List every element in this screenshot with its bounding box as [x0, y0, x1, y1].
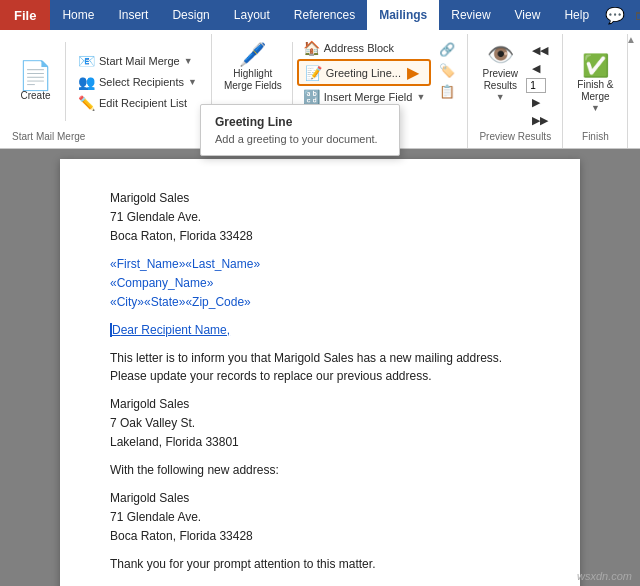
start-merge-icon: 📧 [78, 53, 95, 69]
para1: This letter is to inform you that Marigo… [110, 349, 530, 385]
edit-list-icon: ✏️ [78, 95, 95, 111]
greeting-line: Dear Recipient Name, [110, 321, 530, 339]
start-mail-merge-group: 📄 Create 📧 Start Mail Merge ▼ 👥 Select R… [4, 34, 212, 148]
merge-first-last: «First_Name»«Last_Name» [110, 257, 260, 271]
new-address-intro: With the following new address: [110, 461, 530, 479]
address-block-button[interactable]: 🏠 Address Block [297, 38, 432, 58]
match-fields-button[interactable]: 🔗 [433, 40, 461, 59]
tooltip-title: Greeting Line [215, 115, 385, 129]
tab-review[interactable]: Review [439, 0, 502, 30]
tab-file[interactable]: File [0, 0, 50, 30]
tab-help[interactable]: Help [552, 0, 601, 30]
create-icon: 📄 [18, 62, 53, 90]
tab-references[interactable]: References [282, 0, 367, 30]
prev-record-button[interactable]: ◀ [526, 60, 554, 77]
dear-cursor: Dear Recipient Name, [110, 323, 230, 337]
start-mail-merge-button[interactable]: 📧 Start Mail Merge ▼ [72, 51, 203, 71]
next-record-button[interactable]: ▶ [526, 94, 554, 111]
select-recipients-button[interactable]: 👥 Select Recipients ▼ [72, 72, 203, 92]
city3: Boca Raton, Florida 33428 [110, 527, 530, 545]
greeting-line-button[interactable]: 📝 Greeting Line... ▶ [297, 59, 432, 86]
extra-icons: 🔗 🏷️ 📋 [433, 38, 461, 101]
greeting-icon: 📝 [305, 65, 322, 81]
tab-design[interactable]: Design [160, 0, 221, 30]
tab-home[interactable]: Home [50, 0, 106, 30]
extra-btn3[interactable]: 📋 [433, 82, 461, 101]
greeting-arrow: ▶ [407, 63, 419, 82]
merge-company: «Company_Name» [110, 276, 213, 290]
company2: Marigold Sales [110, 395, 530, 413]
comment-icon[interactable]: 💬 [601, 4, 629, 27]
start-merge-buttons: 📧 Start Mail Merge ▼ 👥 Select Recipients… [72, 51, 203, 113]
start-merge-label: Start Mail Merge [12, 129, 85, 144]
ribbon-collapse-button[interactable]: ▲ [626, 34, 636, 45]
company-header: Marigold Sales [110, 189, 530, 207]
tab-mailings[interactable]: Mailings [367, 0, 439, 30]
address-greeting-buttons: 🏠 Address Block 📝 Greeting Line... ▶ 🔡 I… [297, 38, 432, 107]
highlight-icon: 🖊️ [239, 42, 266, 68]
edit-recipient-list-button[interactable]: ✏️ Edit Recipient List [72, 93, 203, 113]
address3: 71 Glendale Ave. [110, 508, 530, 526]
preview-icon: 👁️ [487, 42, 514, 68]
document-page: Marigold Sales 71 Glendale Ave. Boca Rat… [60, 159, 580, 586]
address-icon: 🏠 [303, 40, 320, 56]
finish-label: Finish [582, 129, 609, 144]
update-labels-button[interactable]: 🏷️ [433, 61, 461, 80]
recipients-icon: 👥 [78, 74, 95, 90]
record-number[interactable]: 1 [526, 78, 546, 93]
tab-insert[interactable]: Insert [106, 0, 160, 30]
merge-city: «City»«State»«Zip_Code» [110, 295, 251, 309]
preview-results-button[interactable]: 👁️ Preview Results ▼ [476, 38, 524, 107]
address2: 7 Oak Valley St. [110, 414, 530, 432]
company3: Marigold Sales [110, 489, 530, 507]
finish-icon: ✅ [582, 53, 609, 79]
create-button[interactable]: 📄 Create [12, 58, 59, 106]
first-record-button[interactable]: ◀◀ [526, 42, 554, 59]
tab-bar: File Home Insert Design Layout Reference… [0, 0, 640, 30]
thanks: Thank you for your prompt attention to t… [110, 555, 530, 573]
highlight-merge-fields-button[interactable]: 🖊️ Highlight Merge Fields [218, 38, 288, 96]
address-header: 71 Glendale Ave. [110, 208, 530, 226]
preview-results-group: 👁️ Preview Results ▼ ◀◀ ◀ 1 ▶ ▶▶ Preview… [468, 34, 563, 148]
ribbon: 📄 Create 📧 Start Mail Merge ▼ 👥 Select R… [0, 30, 640, 149]
tab-view[interactable]: View [503, 0, 553, 30]
tab-layout[interactable]: Layout [222, 0, 282, 30]
document-area: Marigold Sales 71 Glendale Ave. Boca Rat… [0, 149, 640, 586]
last-record-button[interactable]: ▶▶ [526, 112, 554, 129]
greeting-line-tooltip: Greeting Line Add a greeting to your doc… [200, 104, 400, 156]
restore-icon[interactable]: 🗗 [631, 4, 640, 26]
city-header: Boca Raton, Florida 33428 [110, 227, 530, 245]
preview-label: Preview Results [479, 129, 551, 144]
tooltip-desc: Add a greeting to your document. [215, 133, 385, 145]
city2: Lakeland, Florida 33801 [110, 433, 530, 451]
finish-group: ✅ Finish & Merge ▼ Finish [563, 34, 628, 148]
watermark: wsxdn.com [577, 570, 632, 582]
insert-field-icon: 🔡 [303, 89, 320, 105]
finish-merge-button[interactable]: ✅ Finish & Merge ▼ [571, 49, 619, 118]
